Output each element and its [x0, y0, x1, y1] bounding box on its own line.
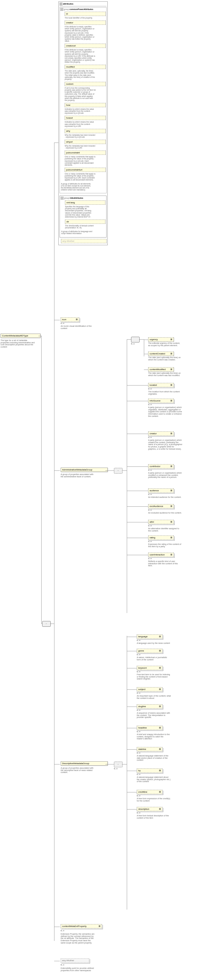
- multi-by: 0..∞: [137, 773, 140, 775]
- attr-pubconstraint: pubconstraint: [65, 151, 106, 155]
- main-vert: [54, 143, 54, 941]
- icon-node: icon ⊞: [61, 317, 79, 321]
- multi-located: 0..∞: [148, 388, 152, 390]
- desc-group-name: DescriptiveMetadataGroup: [62, 762, 89, 765]
- desc-by: A natural-language statement about the c…: [137, 776, 171, 783]
- desc-headline: A brief and snappy introduction to the c…: [137, 733, 171, 740]
- admin-choice-multi: 0..∞: [131, 343, 135, 345]
- desc-contributor: A party (person or organisation) which m…: [148, 472, 183, 479]
- node-creditline: creditline ⊞: [137, 790, 162, 794]
- conn-slugline: [127, 706, 137, 707]
- icon-multi: 0..∞: [61, 322, 64, 324]
- root-type-node: ContentMetadataAfDType: [0, 334, 40, 338]
- attr-icon: ≡: [60, 3, 62, 5]
- multi-subject: 0..∞: [137, 692, 140, 694]
- any2-name: any ##other: [62, 959, 74, 962]
- node-altId: altId ⊞: [148, 520, 174, 524]
- desc-description: A free-form textual description of the c…: [137, 815, 171, 819]
- node-audience: audience ⊞: [148, 488, 174, 493]
- node-creator: creator ⊞: [148, 431, 174, 436]
- attr-desc-xml-lang: Specifies the language of this property …: [65, 205, 96, 218]
- multi-keyword: 0..∞: [137, 671, 140, 673]
- node-language: language ⊞: [137, 635, 162, 639]
- desc-located: The location from which the content orig…: [148, 391, 183, 395]
- conn-any2: [54, 961, 60, 961]
- desc-creditline: A free-form expression of the credit(s) …: [137, 797, 171, 802]
- multi-rating: 0..∞: [148, 540, 152, 542]
- conn-keyword: [127, 668, 137, 668]
- multi-exclAudience: 0..∞: [148, 509, 152, 511]
- multi-description: 0..∞: [137, 812, 140, 814]
- multi-genre: 0..∞: [137, 654, 140, 655]
- cpa-title: commonPowerAttributes: [70, 8, 93, 10]
- any-other-attr: any ##other: [61, 239, 106, 243]
- desc-seq: [114, 762, 122, 767]
- i18n-group-desc: A group of attributes for language and s…: [61, 231, 93, 234]
- attributes-group: ≡attributes □group commonPowerAttributes…: [59, 2, 108, 245]
- desc-language: A language used by the news content: [137, 642, 171, 644]
- node-urgency: urgency ⊞: [148, 337, 174, 342]
- i18n-title: i18nAttributes: [70, 197, 83, 199]
- desc-vert: [127, 636, 127, 910]
- attr-desc-creator: If the attribute is empty, specifies whi…: [65, 25, 96, 42]
- ext-desc: Extension Property; the semantics are de…: [61, 933, 95, 944]
- icon-desc: An iconic visual identification of the c…: [61, 325, 92, 329]
- node-userInteraction: userInteraction ⊞: [148, 553, 174, 557]
- attr-custom: custom: [65, 82, 106, 86]
- multi-userInteraction: 0..∞: [148, 557, 152, 560]
- attr-desc-why: Why the metadata has been included - exp…: [65, 134, 96, 138]
- conn-infoSource: [127, 401, 148, 401]
- attr-creatoruri: creatoruri: [65, 44, 106, 48]
- attr-whyuri: whyuri: [65, 140, 106, 144]
- attr-desc-how: Indicates by which means the value was e…: [65, 108, 96, 114]
- node-genre: genre ⊞: [137, 649, 162, 653]
- attr-howuri: howuri: [65, 116, 106, 120]
- node-slugline: slugline ⊞: [137, 704, 162, 708]
- attr-creator: creator: [65, 21, 106, 25]
- conn-ext: [54, 927, 60, 927]
- root-name: ContentMetadataAfDType: [2, 334, 28, 337]
- content-meta-ext-node: contentMetaExtProperty ⊞: [61, 924, 102, 928]
- attr-how: how: [65, 103, 106, 107]
- desc-genre: A nature, intellectual or journalistic f…: [137, 656, 171, 661]
- desc-contentModified: The date (and optionally the time) on wh…: [148, 372, 183, 376]
- conn-by: [127, 771, 137, 771]
- attr-desc-id: The local identifier of the property.: [65, 17, 96, 19]
- conn-contentModified: [144, 369, 148, 370]
- desc-altId: An alternative identifier assigned to th…: [148, 528, 183, 532]
- desc-group-node: DescriptiveMetadataGroup: [61, 761, 108, 765]
- multi-audience: 0..∞: [148, 493, 152, 495]
- admin-desc: A group of properties associated with th…: [61, 473, 95, 477]
- attr-desc-pubconstraint: One or many constraints that apply to pu…: [65, 156, 96, 166]
- ext-multi: 0..∞: [61, 929, 64, 932]
- attr-desc-modified: The date (and, optionally, the time) whe…: [65, 70, 96, 80]
- desc-seq-multi: 0..∞: [114, 768, 117, 770]
- attr-pubconstrainturi: pubconstrainturi: [65, 168, 106, 172]
- any-other-node: any ##other: [61, 958, 89, 963]
- desc-userInteraction: Reflects a specific kind of user interac…: [148, 560, 183, 567]
- attr-xml-lang: xml:lang: [65, 200, 105, 205]
- group-icon-i18n: □: [61, 197, 64, 200]
- conn-contributor: [127, 466, 148, 467]
- attr-why: why: [65, 129, 106, 133]
- conn-altId: [127, 522, 148, 522]
- seq-out: [50, 624, 54, 624]
- conn-audience: [127, 491, 148, 491]
- attr-desc-creatoruri: If the attribute is empty, specifies whi…: [65, 49, 96, 63]
- node-headline: headline ⊞: [137, 725, 162, 730]
- conn-description: [127, 809, 137, 810]
- node-contentModified: contentModified ⊞: [148, 367, 174, 372]
- multi-contributor: 0..∞: [148, 469, 152, 471]
- attr-desc-custom: If set to true the corresponding propert…: [65, 87, 96, 101]
- admin-group-node: AdministrativeMetadataGroup: [61, 468, 108, 472]
- admin-seq: [114, 468, 122, 474]
- desc-exclAudience: An excluded audience for the content.: [148, 512, 183, 514]
- multi-creator: 0..∞: [148, 436, 152, 438]
- attr-desc-dir: The directionality of textual content (e…: [65, 225, 96, 229]
- attr-dir: dir: [65, 220, 105, 224]
- multi-creditline: 0..∞: [137, 795, 140, 797]
- desc-dateline: A natural-language statement of the date…: [137, 755, 171, 761]
- multi-language: 0..∞: [137, 639, 140, 641]
- desc-audience: An intended audience for the content.: [148, 496, 183, 498]
- ext-name: contentMetaExtProperty: [62, 925, 87, 928]
